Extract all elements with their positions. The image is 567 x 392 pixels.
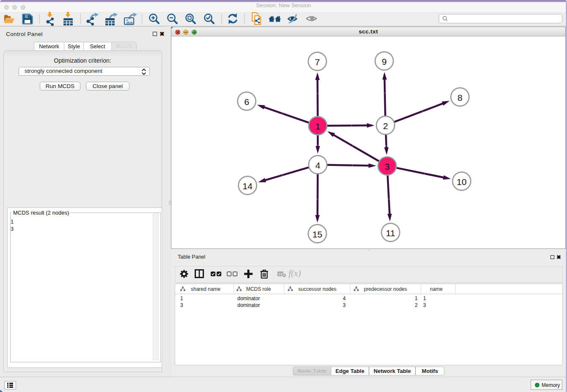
svg-text:3: 3 [385, 162, 390, 171]
svg-text:9: 9 [382, 57, 387, 66]
svg-text:7: 7 [315, 57, 320, 67]
svg-text:2: 2 [383, 121, 388, 131]
svg-text:10: 10 [457, 177, 466, 187]
svg-text:6: 6 [244, 97, 249, 107]
svg-text:8: 8 [457, 93, 462, 102]
svg-text:1: 1 [315, 121, 320, 131]
svg-text:15: 15 [312, 229, 322, 239]
svg-text:f(x): f(x) [289, 269, 301, 278]
svg-text:14: 14 [242, 181, 253, 191]
svg-text:11: 11 [386, 228, 395, 238]
svg-text:4: 4 [315, 160, 320, 170]
